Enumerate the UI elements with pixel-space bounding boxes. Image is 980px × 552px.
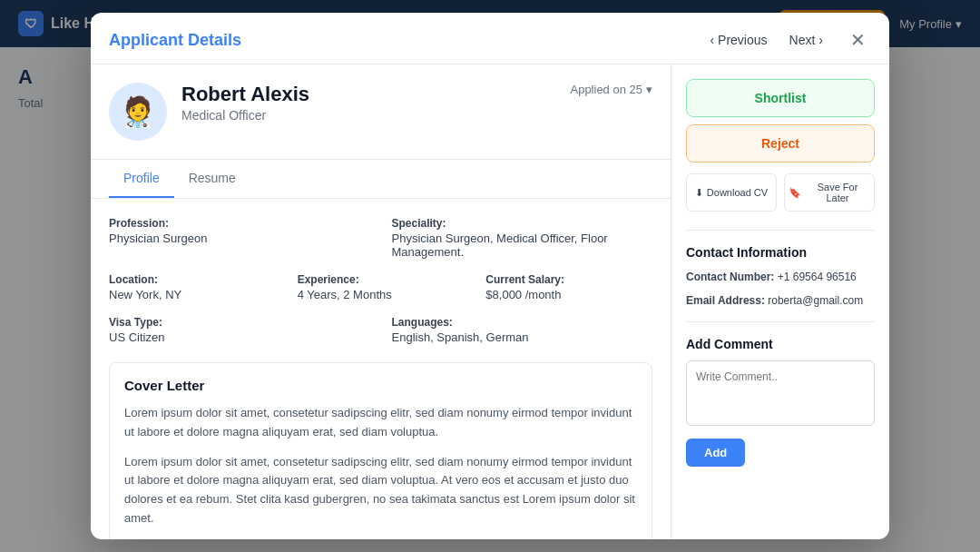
email-item: Email Address: roberta@gmail.com xyxy=(686,294,875,307)
comment-textarea[interactable] xyxy=(686,360,875,426)
visa-label: Visa Type: xyxy=(109,316,370,329)
info-row-3: Visa Type: US Citizen Languages: English… xyxy=(109,316,652,344)
location-label: Location: xyxy=(109,273,276,286)
contact-number-label: Contact Number: xyxy=(686,271,774,283)
applicant-header: 🧑‍⚕️ Robert Alexis Medical Officer Appli… xyxy=(91,64,671,160)
tab-resume-label: Resume xyxy=(189,171,236,185)
profession-block: Profession: Physician Surgeon xyxy=(109,217,370,259)
applicant-name: Robert Alexis xyxy=(181,83,555,106)
save-for-later-label: Save For Later xyxy=(805,182,870,203)
languages-label: Languages: xyxy=(392,316,653,329)
contact-number-item: Contact Number: +1 69564 96516 xyxy=(686,271,875,283)
profile-tabs: Profile Resume xyxy=(91,160,671,199)
location-value: New York, NY xyxy=(109,288,276,301)
applied-on: Applied on 25 ▾ xyxy=(570,83,652,96)
cover-letter-text-1: Lorem ipsum dolor sit amet, consetetur s… xyxy=(124,404,637,442)
close-button[interactable]: ✕ xyxy=(845,27,871,53)
speciality-block: Speciality: Physician Surgeon, Medical O… xyxy=(392,217,653,259)
add-comment-button[interactable]: Add xyxy=(686,439,745,467)
tab-profile[interactable]: Profile xyxy=(109,160,174,198)
cover-letter-text-2: Lorem ipsum dolor sit amet, consetetur s… xyxy=(124,453,637,528)
profile-content: Profession: Physician Surgeon Speciality… xyxy=(91,199,671,539)
experience-label: Experience: xyxy=(298,273,465,286)
experience-block: Experience: 4 Years, 2 Months xyxy=(298,273,465,301)
chevron-left-icon: ‹ xyxy=(710,33,714,47)
applied-on-label: Applied on 25 xyxy=(570,83,642,96)
visa-value: US Citizen xyxy=(109,330,370,344)
divider-1 xyxy=(686,230,875,231)
applicant-role: Medical Officer xyxy=(181,108,555,123)
visa-block: Visa Type: US Citizen xyxy=(109,316,370,344)
languages-block: Languages: English, Spanish, German xyxy=(392,316,653,344)
modal-body: 🧑‍⚕️ Robert Alexis Medical Officer Appli… xyxy=(91,64,889,539)
reject-button[interactable]: Reject xyxy=(686,124,875,163)
contact-section-title: Contact Information xyxy=(686,245,875,260)
cover-letter-section: Cover Letter Lorem ipsum dolor sit amet,… xyxy=(109,362,652,539)
action-buttons: ⬇ Download CV 🔖 Save For Later xyxy=(686,173,875,212)
save-for-later-button[interactable]: 🔖 Save For Later xyxy=(784,173,875,212)
download-cv-label: Download CV xyxy=(707,187,768,198)
add-comment-title: Add Comment xyxy=(686,337,875,351)
bookmark-icon: 🔖 xyxy=(789,187,801,199)
applicant-details-modal: Applicant Details ‹ Previous Next › ✕ xyxy=(91,13,889,539)
tab-profile-label: Profile xyxy=(123,171,160,185)
previous-label: Previous xyxy=(718,33,767,47)
chevron-right-icon: › xyxy=(818,33,823,47)
contact-number-value: +1 69564 96516 xyxy=(778,271,857,283)
previous-button[interactable]: ‹ Previous xyxy=(710,33,767,47)
info-row-2: Location: New York, NY Experience: 4 Yea… xyxy=(109,273,652,301)
email-value: roberta@gmail.com xyxy=(768,294,863,307)
left-panel: 🧑‍⚕️ Robert Alexis Medical Officer Appli… xyxy=(91,64,671,539)
modal-overlay: Applicant Details ‹ Previous Next › ✕ xyxy=(0,0,980,552)
modal-navigation: ‹ Previous Next › ✕ xyxy=(710,27,871,53)
download-icon: ⬇ xyxy=(695,187,703,199)
speciality-value: Physician Surgeon, Medical Officer, Floo… xyxy=(392,232,653,259)
download-cv-button[interactable]: ⬇ Download CV xyxy=(686,173,777,212)
location-block: Location: New York, NY xyxy=(109,273,276,301)
modal-header: Applicant Details ‹ Previous Next › ✕ xyxy=(91,13,889,64)
email-label: Email Address: xyxy=(686,294,765,307)
cover-letter-title: Cover Letter xyxy=(124,378,637,393)
salary-value: $8,000 /month xyxy=(485,288,652,301)
profession-value: Physician Surgeon xyxy=(109,232,370,245)
salary-block: Current Salary: $8,000 /month xyxy=(485,273,652,301)
applicant-info: Robert Alexis Medical Officer xyxy=(181,83,555,123)
divider-2 xyxy=(686,321,875,322)
next-button[interactable]: Next › xyxy=(789,33,823,47)
info-row-1: Profession: Physician Surgeon Speciality… xyxy=(109,217,652,259)
avatar-emoji: 🧑‍⚕️ xyxy=(120,94,156,129)
profession-label: Profession: xyxy=(109,217,370,230)
dropdown-icon: ▾ xyxy=(646,83,652,96)
tab-resume[interactable]: Resume xyxy=(174,160,250,198)
modal-title: Applicant Details xyxy=(109,31,241,50)
avatar: 🧑‍⚕️ xyxy=(109,83,167,141)
next-label: Next xyxy=(789,33,816,47)
languages-value: English, Spanish, German xyxy=(392,330,653,344)
right-panel: Shortlist Reject ⬇ Download CV 🔖 Save Fo… xyxy=(671,64,889,539)
experience-value: 4 Years, 2 Months xyxy=(298,288,465,301)
shortlist-button[interactable]: Shortlist xyxy=(686,79,875,117)
salary-label: Current Salary: xyxy=(485,273,652,286)
speciality-label: Speciality: xyxy=(392,217,653,230)
